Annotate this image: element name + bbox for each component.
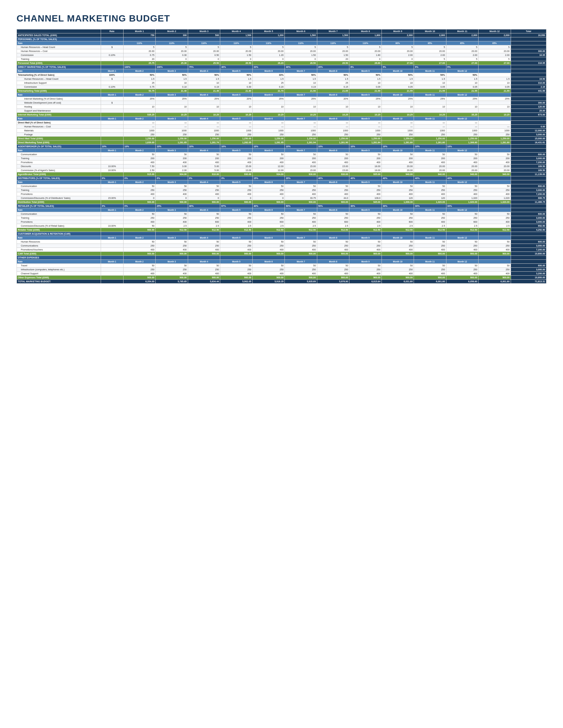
cell-value: 27.00 — [479, 61, 511, 65]
cell-value: 250 — [350, 244, 382, 248]
cell-value: 400 — [123, 248, 155, 252]
table-row: Infrastructure Support251010102510251010… — [17, 81, 546, 85]
cell-label: ANTICIPATED SALES TOTAL (£000) — [17, 33, 101, 37]
cell-value — [350, 101, 382, 105]
cell-value: 5 — [156, 45, 188, 49]
cell-label: Commission (% of Agent's Sales) — [17, 168, 101, 172]
cell-value: 50 — [123, 240, 155, 244]
cell-value: 200 — [220, 157, 252, 160]
cell-value: — — [479, 125, 511, 129]
cell-label: Distribution Total (£000) — [17, 200, 101, 204]
cell-value — [446, 109, 478, 113]
cell-value: 250 — [123, 133, 155, 137]
cell-value: 1000 — [123, 129, 155, 133]
cell-rate: Month 1 — [101, 93, 123, 97]
cell-value: 900.00 — [285, 276, 317, 280]
cell-value: 400 — [252, 192, 285, 196]
cell-total: 10,800.00 — [511, 252, 546, 256]
cell-value: 108.0 — [350, 196, 382, 200]
cell-value: 5 — [446, 45, 478, 49]
table-row: Distribution Total (£000)900.00900.00900… — [17, 200, 546, 204]
cell-value: 50% — [317, 73, 349, 77]
cell-value: Month 5 — [220, 208, 252, 212]
cell-value: 40% — [252, 204, 285, 208]
cell-value — [479, 93, 511, 97]
cell-value: 912.50 — [414, 228, 446, 232]
cell-rate: Month 1 — [101, 69, 123, 73]
cell-total: 3,200.00 — [511, 272, 546, 276]
cell-value: 50 — [350, 184, 382, 188]
cell-value — [123, 37, 155, 41]
cell-value: 10.25 — [479, 113, 511, 117]
cell-value: 12.00 — [252, 164, 285, 168]
cell-value: Month 6 — [252, 260, 285, 264]
cell-rate — [101, 280, 123, 284]
cell-value: 50 — [123, 212, 155, 216]
cell-value: 10 — [479, 105, 511, 109]
cell-value: 10 — [156, 81, 188, 85]
cell-value: 50 — [317, 153, 349, 157]
cell-value: 1,020.00 — [446, 200, 478, 204]
table-row: Communication505050505050505050505050600… — [17, 153, 546, 157]
cell-value: 200 — [414, 157, 446, 160]
cell-value — [479, 69, 511, 73]
cell-value: Month 5 — [220, 93, 252, 97]
cell-value: 200 — [252, 157, 285, 160]
cell-value: 25% — [350, 97, 382, 101]
cell-rate — [101, 57, 123, 61]
cell-label: Rate — [17, 236, 101, 240]
cell-value: 21.55 — [414, 89, 446, 93]
cell-value: 1.50 — [220, 53, 252, 57]
cell-value: — — [188, 125, 220, 129]
cell-value: 1,020.00 — [479, 200, 511, 204]
cell-value: — — [446, 121, 478, 125]
cell-total: 600.00 — [511, 264, 546, 268]
cell-value: — — [156, 121, 188, 125]
cell-value: 10 — [220, 81, 252, 85]
cell-value: 10.25 — [188, 113, 220, 117]
cell-value: 250 — [382, 216, 414, 220]
cell-label: Personnel Total (£000) — [17, 61, 101, 65]
cell-value: 5 — [382, 45, 414, 49]
table-row: Internet Marketing Total (£000)535.2510.… — [17, 113, 546, 117]
cell-value: 400 — [285, 248, 317, 252]
cell-value — [285, 232, 317, 236]
cell-label: Human Resources — [17, 240, 101, 244]
cell-value: 50 — [188, 212, 220, 216]
cell-value: Month 5 — [220, 69, 252, 73]
cell-value: Month 7 — [285, 149, 317, 153]
cell-label: Infrastructure (computers, telephones et… — [17, 268, 101, 272]
col-header-m10: Month 10 — [414, 29, 446, 33]
cell-value: 20.00 — [252, 49, 285, 53]
cell-value: 0% — [123, 176, 155, 180]
cell-value: Month 12 — [446, 93, 478, 97]
cell-value — [285, 37, 317, 41]
cell-label: Rate — [17, 180, 101, 184]
cell-value: 400 — [317, 160, 349, 164]
cell-value: 250 — [350, 133, 382, 137]
cell-value: Month 9 — [350, 117, 382, 121]
cell-value: 1,250.00 — [156, 137, 188, 141]
table-row: CAR Total (£000)900.00900.00900.00900.00… — [17, 252, 546, 256]
cell-value: Month 6 — [252, 69, 285, 73]
cell-value: 900.00 — [123, 276, 155, 280]
cell-value: 2.00 — [382, 53, 414, 57]
cell-value: Month 3 — [156, 260, 188, 264]
cell-value: 10% — [220, 145, 252, 149]
cell-value: 1.80 — [350, 53, 382, 57]
cell-value — [252, 101, 285, 105]
table-row: Channel Support4004004004004004004004004… — [17, 272, 546, 276]
cell-value — [123, 256, 155, 260]
cell-value: Month 2 — [123, 93, 155, 97]
cell-value: 400 — [123, 192, 155, 196]
cell-value — [156, 37, 188, 41]
cell-value: 50 — [252, 153, 285, 157]
cell-value: 900.00 — [156, 252, 188, 256]
cell-value: 5 — [220, 45, 252, 49]
cell-rate — [101, 137, 123, 141]
cell-value: 2.50 — [123, 168, 155, 172]
cell-total: 3,000.00 — [511, 188, 546, 192]
cell-value: 912.50 — [188, 228, 220, 232]
cell-rate — [101, 160, 123, 164]
cell-value: 50 — [188, 153, 220, 157]
